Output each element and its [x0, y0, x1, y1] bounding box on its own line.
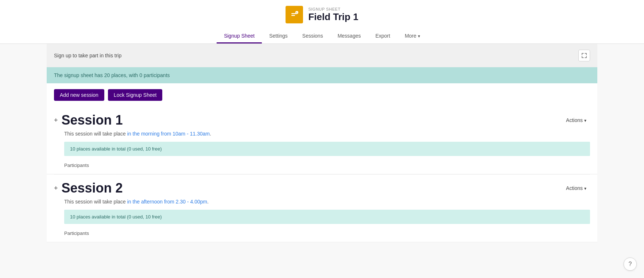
add-new-session-button[interactable]: Add new session: [54, 89, 104, 101]
session-1-plus-icon: +: [54, 117, 58, 124]
header-top: ? SIGNUP SHEET Field Trip 1: [286, 6, 358, 23]
session-2-places-banner: 10 places available in total (0 used, 10…: [64, 210, 590, 224]
session-2-actions-button[interactable]: Actions: [562, 183, 590, 193]
help-button[interactable]: ?: [624, 258, 637, 271]
session-2-title: Session 2: [62, 180, 123, 196]
session-2-participants-label: Participants: [54, 228, 590, 242]
page-header: ? SIGNUP SHEET Field Trip 1 Signup Sheet…: [0, 0, 644, 44]
header-subtitle: SIGNUP SHEET: [308, 7, 358, 11]
header-title-block: SIGNUP SHEET Field Trip 1: [308, 7, 358, 23]
session-2-description-highlight: in the afternoon from 2.30 - 4.00pm: [127, 199, 207, 205]
alert-banner: The signup sheet has 20 places, with 0 p…: [47, 67, 597, 83]
session-1-description: This session will take place in the morn…: [54, 129, 590, 142]
info-bar: Sign up to take part in this trip: [47, 44, 597, 67]
nav-sessions[interactable]: Sessions: [295, 29, 330, 43]
session-2-section: + Session 2 Actions This session will ta…: [47, 175, 597, 242]
expand-button[interactable]: [578, 50, 590, 61]
session-1-title-area: + Session 1: [54, 113, 123, 128]
main-content: Sign up to take part in this trip The si…: [39, 44, 605, 242]
session-1-section: + Session 1 Actions This session will ta…: [47, 107, 597, 174]
session-2-description: This session will take place in the afte…: [54, 197, 590, 210]
nav-settings[interactable]: Settings: [262, 29, 295, 43]
session-1-places-banner: 10 places available in total (0 used, 10…: [64, 142, 590, 156]
nav-signup-sheet[interactable]: Signup Sheet: [217, 29, 262, 43]
session-2-plus-icon: +: [54, 184, 58, 192]
chevron-down-icon: [418, 33, 420, 39]
lock-signup-sheet-button[interactable]: Lock Signup Sheet: [108, 89, 163, 101]
session-1-actions-chevron: [584, 117, 586, 123]
svg-rect-2: [291, 15, 295, 16]
main-nav: Signup Sheet Settings Sessions Messages …: [217, 29, 427, 43]
info-bar-text: Sign up to take part in this trip: [54, 53, 121, 58]
session-1-participants-label: Participants: [54, 160, 590, 174]
alert-text: The signup sheet has 20 places, with 0 p…: [54, 72, 170, 78]
session-2-title-area: + Session 2: [54, 180, 123, 196]
session-1-actions-button[interactable]: Actions: [562, 115, 590, 125]
nav-messages[interactable]: Messages: [330, 29, 368, 43]
session-1-title: Session 1: [62, 113, 123, 128]
nav-more[interactable]: More: [397, 29, 427, 43]
buttons-row: Add new session Lock Signup Sheet: [47, 83, 597, 107]
app-logo: ?: [286, 6, 303, 23]
nav-export[interactable]: Export: [368, 29, 397, 43]
header-title: Field Trip 1: [308, 11, 358, 23]
svg-text:?: ?: [296, 12, 298, 14]
session-1-description-highlight: in the morning from 10am - 11.30am: [127, 131, 210, 137]
session-2-header: + Session 2 Actions: [54, 175, 590, 197]
session-2-actions-chevron: [584, 185, 586, 191]
session-1-header: + Session 1 Actions: [54, 107, 590, 129]
